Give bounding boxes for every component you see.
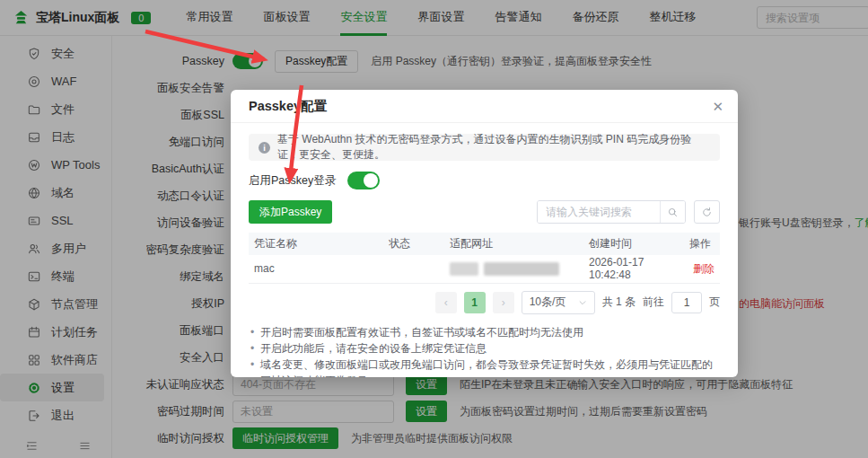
credential-search-input[interactable] [538,201,660,223]
note-item: 开启时需要面板配置有效证书，自签证书或域名不匹配时均无法使用 [249,324,720,340]
note-item: 开启此功能后，请在安全的设备上绑定凭证信息 [249,340,720,357]
modal-title: Passkey配置 [249,98,327,115]
modal-header: Passkey配置 ✕ [231,90,738,123]
refresh-button[interactable] [694,200,720,224]
info-banner-text: 基于 WebAuthn 技术的无密码登录方式，通过设备内置的生物识别或 PIN … [277,132,710,163]
search-icon [667,207,679,218]
close-icon[interactable]: ✕ [712,100,723,113]
pagination-total: 共 1 条 [602,295,636,310]
credential-name: mac [249,255,383,283]
enable-passkey-toggle[interactable] [347,172,380,189]
next-page-button[interactable]: › [493,292,514,313]
enable-passkey-row: 启用Passkey登录 [249,172,720,189]
modal-body: i 基于 WebAuthn 技术的无密码登录方式，通过设备内置的生物识别或 PI… [231,123,738,377]
current-page-button[interactable]: 1 [464,292,486,313]
add-passkey-button[interactable]: 添加Passkey [249,200,332,224]
chevron-down-icon [578,298,587,307]
pagination: ‹ 1 › 10条/页 共 1 条 前往 页 [249,291,720,314]
pagination-page-unit: 页 [709,295,720,310]
enable-passkey-label: 启用Passkey登录 [249,173,336,189]
note-item: 域名变更、修改面板端口或改用免端口访问，都会导致登录凭证暂时失效，必须用与凭证匹… [249,357,720,378]
info-icon: i [259,142,270,154]
modal-controls-row: 添加Passkey [249,200,720,224]
credential-created-time: 2026-01-17 10:42:48 [583,255,684,283]
refresh-icon [701,207,713,218]
info-banner: i 基于 WebAuthn 技术的无密码登录方式，通过设备内置的生物识别或 PI… [249,134,720,161]
prev-page-button[interactable]: ‹ [435,292,457,313]
pagination-goto-label: 前往 [643,295,664,310]
credential-search-group [537,200,720,224]
credentials-table: 凭证名称 状态 适配网址 创建时间 操作 mac 2026-01-17 10:4… [249,233,720,284]
passkey-config-modal: Passkey配置 ✕ i 基于 WebAuthn 技术的无密码登录方式，通过设… [231,90,738,377]
goto-page-input[interactable] [671,292,702,313]
credential-row-mac: mac 2026-01-17 10:42:48 删除 [249,255,720,283]
app-window: 宝塔Linux面板 0 常用设置 面板设置 安全设置 界面设置 告警通知 备份还… [0,0,868,458]
credential-search-box [537,200,686,224]
passkey-notes: 开启时需要面板配置有效证书，自签证书或域名不匹配时均无法使用 开启此功能后，请在… [249,324,720,378]
delete-credential-link[interactable]: 删除 [693,262,715,275]
credentials-table-header: 凭证名称 状态 适配网址 创建时间 操作 [249,233,720,255]
search-button[interactable] [660,201,685,223]
credential-url-redacted [450,262,578,276]
page-size-select[interactable]: 10条/页 [522,291,595,314]
